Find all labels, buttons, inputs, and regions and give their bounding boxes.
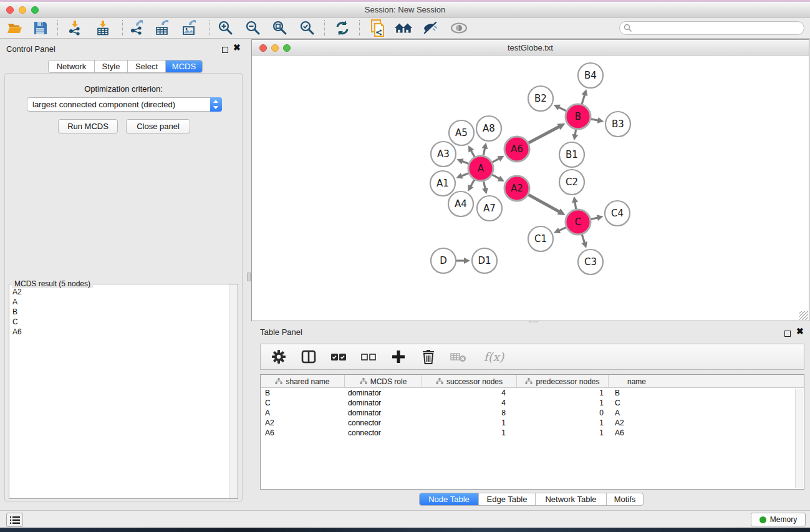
- export-image-icon[interactable]: [180, 19, 198, 37]
- table-row[interactable]: Adominator80A: [261, 408, 804, 418]
- minimize-traffic-light[interactable]: [271, 44, 279, 52]
- export-network-icon[interactable]: [127, 19, 146, 37]
- graph-edge-B-B2[interactable]: [558, 107, 566, 110]
- graph-edge-A-A7[interactable]: [483, 181, 485, 190]
- refresh-icon[interactable]: [333, 19, 352, 37]
- zoom-traffic-light[interactable]: [31, 6, 39, 14]
- tab-select[interactable]: Select: [128, 60, 166, 72]
- graph-node-A6[interactable]: A6: [504, 137, 529, 162]
- graph-edge-C-C3[interactable]: [582, 235, 584, 243]
- close-traffic-light[interactable]: [259, 44, 267, 52]
- table-row[interactable]: A2connector11A2: [261, 418, 804, 428]
- graph-node-A5[interactable]: A5: [449, 120, 474, 145]
- memory-button[interactable]: Memory: [751, 513, 806, 526]
- hide-graphics-details-icon[interactable]: [422, 19, 440, 37]
- zoom-traffic-light[interactable]: [283, 44, 291, 52]
- task-history-button[interactable]: [6, 513, 23, 527]
- graph-node-C3[interactable]: C3: [578, 249, 603, 274]
- graph-node-C4[interactable]: C4: [605, 201, 630, 226]
- search-field[interactable]: [619, 21, 804, 35]
- graph-node-B2[interactable]: B2: [528, 86, 553, 111]
- float-panel-icon[interactable]: [784, 328, 791, 339]
- graph-node-B1[interactable]: B1: [559, 142, 584, 167]
- add-column-icon[interactable]: [390, 349, 407, 365]
- tab-mcds[interactable]: MCDS: [166, 60, 202, 72]
- graph-node-B4[interactable]: B4: [578, 63, 603, 88]
- close-panel-icon[interactable]: ✖: [796, 328, 804, 334]
- graph-edge-A2-C[interactable]: [528, 195, 560, 212]
- import-table-icon[interactable]: [94, 19, 112, 37]
- mcds-result-scrollbar[interactable]: [229, 284, 238, 498]
- graph-edge-C-C1[interactable]: [558, 228, 566, 231]
- graph-edge-A6-B[interactable]: [529, 126, 560, 143]
- graph-node-A[interactable]: A: [468, 156, 493, 181]
- mcds-result-item[interactable]: A2: [12, 287, 226, 297]
- mcds-result-list[interactable]: A2ABCA6: [9, 286, 229, 498]
- network-graph-canvas[interactable]: B4B2BB3A5A8A6A3B1AC2A1A2A4A7C4CC1C3DD1: [252, 56, 809, 321]
- graph-node-D[interactable]: D: [431, 248, 456, 273]
- close-traffic-light[interactable]: [6, 6, 14, 14]
- save-icon[interactable]: [31, 19, 50, 37]
- tab-network[interactable]: Network: [49, 60, 95, 72]
- window-resize-grip[interactable]: [799, 311, 808, 320]
- table-row[interactable]: A6connector11A6: [261, 428, 804, 438]
- zoom-selected-icon[interactable]: [298, 19, 317, 37]
- table-row[interactable]: Bdominator41B: [261, 388, 804, 398]
- home-icon[interactable]: [394, 19, 413, 37]
- mcds-result-item[interactable]: C: [12, 317, 226, 327]
- column-header-name[interactable]: name: [609, 375, 665, 388]
- tab-node-table[interactable]: Node Table: [420, 493, 479, 505]
- copy-network-icon[interactable]: [369, 19, 388, 37]
- deselect-all-icon[interactable]: [360, 349, 377, 365]
- column-header-predecessor-nodes[interactable]: predecessor nodes: [517, 375, 609, 388]
- graph-edge-A-A4[interactable]: [470, 180, 475, 187]
- graph-node-A8[interactable]: A8: [476, 116, 501, 141]
- close-panel-button[interactable]: Close panel: [126, 119, 190, 133]
- zoom-out-icon[interactable]: [244, 19, 263, 37]
- table-row[interactable]: Cdominator41C: [261, 398, 804, 408]
- open-folder-icon[interactable]: [6, 19, 25, 37]
- minimize-traffic-light[interactable]: [19, 6, 26, 14]
- graph-node-A4[interactable]: A4: [448, 191, 473, 216]
- graph-edge-A-A6[interactable]: [493, 158, 500, 162]
- graph-node-B3[interactable]: B3: [605, 112, 630, 137]
- table-scrollbar[interactable]: [795, 389, 803, 488]
- mcds-result-item[interactable]: A: [12, 297, 226, 307]
- run-mcds-button[interactable]: Run MCDS: [58, 119, 118, 133]
- mcds-result-item[interactable]: B: [12, 307, 226, 317]
- tab-motifs[interactable]: Motifs: [607, 493, 643, 505]
- zoom-fit-icon[interactable]: [271, 19, 289, 37]
- graph-node-A1[interactable]: A1: [430, 171, 455, 196]
- table-header-row[interactable]: shared nameMCDS rolesuccessor nodesprede…: [261, 375, 804, 388]
- graph-edge-A-A2[interactable]: [492, 175, 499, 179]
- vertical-divider-handle[interactable]: [247, 273, 251, 281]
- column-header-successor-nodes[interactable]: successor nodes: [422, 375, 517, 388]
- tab-style[interactable]: Style: [95, 60, 128, 72]
- graph-edge-B-B4[interactable]: [582, 94, 585, 104]
- import-network-icon[interactable]: [65, 19, 84, 37]
- close-panel-icon[interactable]: ✖: [233, 44, 241, 51]
- network-window-titlebar[interactable]: testGlobe.txt: [252, 40, 809, 56]
- graph-node-A3[interactable]: A3: [431, 142, 456, 167]
- column-header-shared-name[interactable]: shared name: [261, 375, 345, 388]
- graph-edge-A-A1[interactable]: [461, 173, 469, 177]
- graph-node-C2[interactable]: C2: [559, 170, 584, 195]
- settings-gear-icon[interactable]: [271, 349, 287, 365]
- graph-node-C1[interactable]: C1: [528, 226, 553, 251]
- float-panel-icon[interactable]: [222, 44, 228, 56]
- select-all-icon[interactable]: [330, 349, 347, 365]
- criterion-dropdown[interactable]: largest connected component (directed): [27, 97, 222, 112]
- search-input[interactable]: [632, 22, 804, 34]
- graph-node-B[interactable]: B: [566, 104, 591, 129]
- delete-column-icon[interactable]: [420, 349, 436, 365]
- graph-node-D1[interactable]: D1: [472, 248, 497, 273]
- column-header-MCDS-role[interactable]: MCDS role: [345, 375, 422, 388]
- mcds-result-item[interactable]: A6: [12, 327, 226, 337]
- export-table-icon[interactable]: [153, 19, 171, 37]
- function-builder-icon[interactable]: f(x): [480, 349, 508, 365]
- graph-node-C[interactable]: C: [566, 210, 591, 235]
- delete-table-icon[interactable]: [450, 349, 466, 365]
- tab-edge-table[interactable]: Edge Table: [479, 493, 536, 505]
- graph-node-A2[interactable]: A2: [504, 176, 529, 201]
- tab-network-table[interactable]: Network Table: [536, 493, 607, 505]
